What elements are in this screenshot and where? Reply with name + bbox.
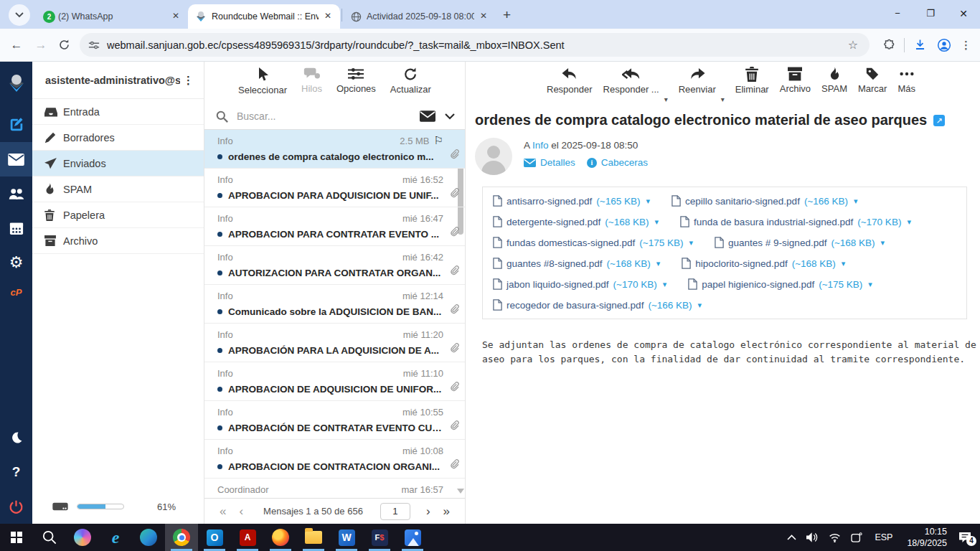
edge-button[interactable] [132, 524, 165, 551]
next-page-button[interactable]: › [423, 504, 433, 519]
folder-borradores[interactable]: Borradores [32, 125, 204, 151]
attachment-chip[interactable]: detergente-signed.pdf (~168 KB) ▾ [493, 216, 659, 227]
open-in-new-window-icon[interactable]: ↗ [933, 115, 945, 126]
profile-icon[interactable] [937, 38, 951, 52]
threads-button[interactable]: Hilos [301, 67, 322, 94]
firefox-button[interactable] [264, 524, 297, 551]
message-row[interactable]: Info mié 16:52⚐ APROBACION PARA ADQUISIC… [204, 169, 465, 207]
hidden-icons-button[interactable] [787, 534, 796, 540]
taskbar-search-button[interactable] [33, 524, 66, 551]
folder-papelera[interactable]: Papelera [32, 202, 204, 228]
minimize-button[interactable]: − [881, 0, 914, 27]
dark-mode-button[interactable] [0, 420, 32, 455]
tab-search-button[interactable] [9, 4, 30, 26]
logout-button[interactable] [0, 489, 32, 524]
address-bar[interactable]: webmail.sanjuan.gob.ec/cpsess4895969315/… [80, 33, 870, 57]
more-button[interactable]: Más [897, 67, 915, 94]
help-button[interactable]: ? [0, 455, 32, 489]
notification-center-button[interactable]: 4 [958, 532, 971, 543]
last-page-button[interactable]: » [440, 504, 453, 519]
copilot-button[interactable] [66, 524, 99, 551]
close-tab-icon[interactable]: ✕ [169, 10, 182, 23]
clock[interactable]: 10:15 18/9/2025 [907, 526, 947, 550]
cpanel-button[interactable]: cP [0, 280, 32, 304]
meet-now-button[interactable] [851, 532, 862, 542]
reply-button[interactable]: Responder [547, 67, 593, 95]
back-button[interactable]: ← [4, 38, 29, 52]
message-row[interactable]: Coordinador mar 16:57⚐ [204, 479, 465, 498]
envelope-icon[interactable] [420, 110, 435, 122]
close-tab-icon[interactable]: ✕ [477, 10, 490, 23]
folder-entrada[interactable]: Entrada [32, 99, 204, 125]
attachment-chip[interactable]: funda de basura industrial-signed.pdf (~… [680, 216, 911, 227]
message-row[interactable]: Info mié 16:47⚐ APROBACION PARA CONTRATA… [204, 207, 465, 246]
prev-page-button[interactable]: ‹ [236, 504, 246, 519]
page-number-input[interactable] [380, 503, 410, 520]
bookmark-star-icon[interactable]: ☆ [848, 38, 858, 52]
photos-button[interactable] [396, 524, 429, 551]
attachment-menu-icon[interactable]: ▾ [656, 259, 661, 268]
mark-button[interactable]: Marcar [858, 67, 887, 94]
message-row[interactable]: Info mié 11:10⚐ APROBACION DE ADQUISICIO… [204, 362, 465, 401]
attachment-menu-icon[interactable]: ▾ [663, 280, 667, 289]
folder-enviados[interactable]: Enviados [32, 151, 204, 176]
search-scope-chevron-icon[interactable] [445, 113, 455, 120]
outlook-button[interactable]: O [198, 524, 231, 551]
message-row[interactable]: Info mié 10:08⚐ APROBACION DE CONTRATACI… [204, 440, 465, 479]
options-button[interactable]: Opciones [336, 67, 376, 94]
forward-button[interactable]: → [29, 38, 53, 52]
forward-menu-icon[interactable]: ▾ [721, 95, 725, 103]
download-icon[interactable] [913, 38, 927, 52]
message-row[interactable]: Info mié 11:20⚐ APROBACIÓN PARA LA ADQUI… [204, 324, 465, 362]
volume-button[interactable] [806, 532, 819, 542]
folder-spam[interactable]: SPAM [32, 176, 204, 202]
contacts-nav-button[interactable] [0, 176, 32, 211]
mail-nav-button[interactable] [0, 142, 32, 176]
message-row[interactable]: Info 2.5 MB⚐ ordenes de compra catalogo … [204, 130, 465, 169]
attachment-menu-icon[interactable]: ▾ [646, 197, 651, 206]
restore-button[interactable]: ❐ [914, 0, 947, 27]
attachment-chip[interactable]: guantes # 9-signed.pdf (~168 KB) ▾ [715, 237, 885, 248]
new-tab-button[interactable]: + [503, 7, 511, 23]
chrome-button[interactable] [165, 524, 198, 551]
attachment-menu-icon[interactable]: ▾ [907, 217, 911, 227]
first-page-button[interactable]: « [217, 504, 229, 519]
language-indicator[interactable]: ESP [875, 532, 892, 542]
fs-app-button[interactable]: F$ [363, 524, 396, 551]
attachment-chip[interactable]: cepillo sanitario-signed.pdf (~166 KB) ▾ [672, 195, 858, 207]
reply-all-button[interactable]: Responder ... [603, 67, 659, 95]
word-button[interactable]: W [330, 524, 363, 551]
select-button[interactable]: Seleccionar [238, 67, 287, 95]
start-button[interactable] [0, 524, 33, 551]
calendar-nav-button[interactable] [0, 211, 32, 245]
attachment-chip[interactable]: papel higienico-signed.pdf (~175 KB) ▾ [688, 278, 872, 290]
tab-whatsapp[interactable]: 2 (2) WhatsApp ✕ [36, 4, 188, 29]
headers-link[interactable]: i Cabeceras [587, 157, 648, 168]
attachment-chip[interactable]: antisarro-signed.pdf (~165 KB) ▾ [493, 195, 650, 207]
message-row[interactable]: Info mié 12:14⚐ Comunicado sobre la ADQU… [204, 285, 465, 324]
tab-roundcube[interactable]: Roundcube Webmail :: Enviados ✕ [188, 4, 340, 29]
search-input[interactable] [235, 110, 420, 123]
attachment-chip[interactable]: hipoclorito-signed.pdf (~168 KB) ▾ [682, 258, 845, 269]
reload-button[interactable] [58, 39, 70, 51]
message-row[interactable]: Info mié 10:55⚐ APROBACIÓN DE CONTRATAR … [204, 401, 465, 440]
attachment-menu-icon[interactable]: ▾ [655, 217, 659, 227]
message-row[interactable]: Info mié 16:42⚐ AUTORIZACION PARA CONTRA… [204, 246, 465, 285]
close-tab-icon[interactable]: ✕ [321, 10, 334, 23]
attachment-menu-icon[interactable]: ▾ [698, 301, 702, 310]
close-window-button[interactable]: ✕ [947, 0, 980, 27]
delete-button[interactable]: Eliminar [735, 67, 769, 95]
tab-actividad[interactable]: Actividad 2025-09-18 08:00:00 ✕ [344, 4, 496, 29]
attachment-menu-icon[interactable]: ▾ [842, 259, 846, 268]
attachment-menu-icon[interactable]: ▾ [881, 238, 885, 248]
attachment-menu-icon[interactable]: ▾ [854, 197, 858, 206]
details-link[interactable]: Detalles [524, 157, 575, 168]
forward-button[interactable]: Reenviar [679, 67, 716, 95]
settings-nav-button[interactable]: ⚙ [0, 245, 32, 280]
attachment-chip[interactable]: recogedor de basura-signed.pdf (~166 KB)… [493, 299, 702, 311]
site-settings-icon[interactable] [88, 40, 100, 50]
archive-button[interactable]: Archivo [780, 67, 811, 94]
browser-menu-icon[interactable]: ⋮ [961, 39, 971, 52]
network-button[interactable] [829, 533, 841, 542]
spam-button[interactable]: SPAM [821, 67, 847, 94]
